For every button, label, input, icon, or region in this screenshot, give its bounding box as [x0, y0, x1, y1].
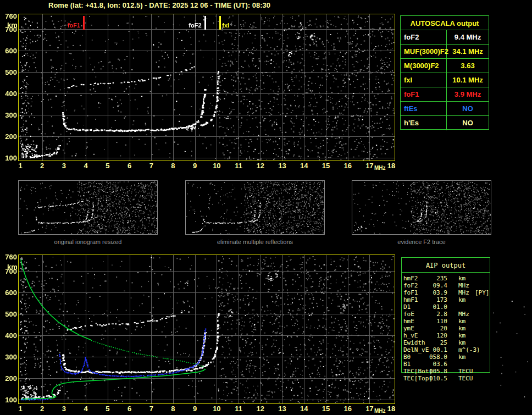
aip-unit: km [458, 318, 465, 325]
x-axis-unit-label: MHz [374, 165, 386, 171]
aip-unit: km [458, 325, 465, 332]
aip-unit: TECU [458, 375, 473, 382]
marker-fxI-label: fxI [222, 22, 229, 29]
autoscala-value: NO [447, 116, 489, 130]
aip-table-rows: hmF2235kmfoF209.4MHzfoF103.9MHz[PY]hmF11… [403, 275, 497, 382]
x-tick-label: 14 [300, 162, 308, 169]
aip-value: 058.0 [423, 353, 447, 361]
aip-row: TEC[Top]010.5TECU [403, 375, 497, 382]
aip-row: h_vE120km [403, 332, 497, 339]
y-tick-label: 500 [0, 311, 17, 318]
thumbnail-evidence-canvas [352, 181, 491, 234]
x-tick-label: 11 [235, 162, 242, 169]
aip-value: 09.4 [423, 282, 447, 289]
x-tick-label: 17 [365, 405, 373, 412]
x-tick-label: 13 [278, 405, 286, 412]
x-tick-label: 14 [300, 405, 308, 412]
marker-foF1-label: foF1 [68, 22, 80, 29]
autoscala-value: 3.9 MHz [447, 87, 489, 101]
x-tick-label: 3 [62, 162, 66, 169]
x-tick-label: 11 [235, 405, 242, 412]
thumbnail-original-ionogram [18, 180, 158, 235]
aip-row: B0058.0km [403, 353, 497, 361]
autoscala-row: fxI10.1 MHz [401, 73, 489, 87]
aip-unit: km [458, 296, 465, 303]
autoscala-param-label: h'Es [401, 116, 447, 130]
autoscala-value: 3.63 [447, 59, 489, 73]
y-tick-label: 500 [0, 69, 17, 76]
x-tick-label: 6 [128, 162, 131, 169]
x-tick-label: 1 [18, 162, 22, 169]
marker-foF2-line [204, 16, 206, 30]
autoscala-param-label: ftEs [401, 102, 447, 115]
autoscala-param-label: foF2 [401, 30, 447, 44]
aip-row: foF103.9MHz[PY] [403, 289, 497, 296]
y-tick-label: 400 [0, 90, 17, 97]
aip-value: 110 [423, 318, 447, 325]
aip-value: 01.0 [423, 303, 447, 311]
thumbnail-evidence-f2 [352, 180, 491, 235]
x-tick-label: 18 [387, 405, 395, 412]
autoscala-param-label: MUF(3000)F2 [401, 45, 447, 58]
aip-row: D101.0 [403, 303, 497, 311]
x-tick-label: 1 [18, 405, 22, 412]
top-ionogram-plot: foF1foF2fxI [18, 14, 395, 161]
aip-unit: m^(-3) [458, 346, 480, 353]
marker-foF2-label: foF2 [189, 22, 201, 29]
aip-row: foE2.8MHz [403, 311, 497, 318]
autoscala-row: h'EsNO [401, 116, 489, 130]
y-tick-label: 600 [0, 47, 17, 54]
x-axis-unit-label: MHz [374, 408, 386, 414]
aip-row: hmF2235km [403, 275, 497, 282]
aip-row: hmE110km [403, 318, 497, 325]
thumbnail-eliminate-reflections [185, 180, 325, 235]
x-tick-label: 16 [343, 162, 351, 169]
aip-row: ymE20km [403, 325, 497, 332]
aip-value: 120 [423, 332, 447, 339]
aip-row: Ewidth25km [403, 339, 497, 346]
aip-unit: MHz [458, 311, 469, 318]
x-tick-label: 4 [84, 162, 88, 169]
y-tick-label: 100 [0, 396, 17, 403]
y-tick-label: 300 [0, 353, 17, 361]
autoscala-param-label: M(3000)F2 [401, 59, 447, 73]
x-tick-label: 8 [171, 405, 175, 412]
autoscala-value: 9.4 MHz [447, 30, 489, 44]
aip-unit: MHz [458, 289, 469, 296]
aip-output-table: AIP output hmF2235kmfoF209.4MHzfoF103.9M… [401, 257, 490, 373]
x-tick-label: 7 [149, 405, 153, 412]
autoscala-row: foF29.4 MHz [401, 30, 489, 45]
aip-table-header: AIP output [402, 262, 490, 269]
aip-value: 235 [423, 275, 447, 282]
autoscala-row: foF13.9 MHz [401, 87, 489, 102]
x-tick-label: 7 [149, 162, 153, 169]
aip-value: 173 [423, 296, 447, 303]
y-tick-label: 760 [0, 253, 17, 261]
aip-value: 03.6 [423, 361, 447, 368]
aip-value: 2.8 [423, 311, 447, 318]
x-tick-label: 17 [365, 162, 373, 169]
y-tick-label: 760 [0, 13, 17, 20]
aip-unit: MHz [458, 282, 469, 289]
autoscala-output-table: AUTOSCALA output foF29.4 MHzMUF(3000)F23… [400, 15, 489, 130]
aip-row: TEC[Bot]005.8TECU [403, 368, 497, 375]
aip-unit: TECU [458, 368, 473, 375]
autoscala-row: ftEsNO [401, 102, 489, 116]
autoscala-row: MUF(3000)F234.1 MHz [401, 45, 489, 59]
x-tick-label: 10 [213, 405, 220, 412]
x-tick-label: 15 [322, 405, 330, 412]
aip-unit: km [458, 332, 465, 339]
aip-value: 25 [423, 339, 447, 346]
aip-note: [PY] [475, 289, 490, 296]
y-tick-label: 300 [0, 112, 17, 119]
thumbnail-caption: evidence F2 trace [352, 239, 491, 245]
x-tick-label: 15 [322, 162, 330, 169]
aip-value: 20 [423, 325, 447, 332]
x-tick-label: 2 [40, 405, 44, 412]
thumbnail-eliminate-canvas [186, 181, 324, 234]
bottom-ionogram-canvas [19, 255, 395, 403]
aip-value: 005.8 [423, 368, 447, 375]
x-tick-label: 6 [128, 405, 131, 412]
autoscala-table-header: AUTOSCALA output [401, 16, 489, 30]
x-tick-label: 5 [106, 405, 109, 412]
